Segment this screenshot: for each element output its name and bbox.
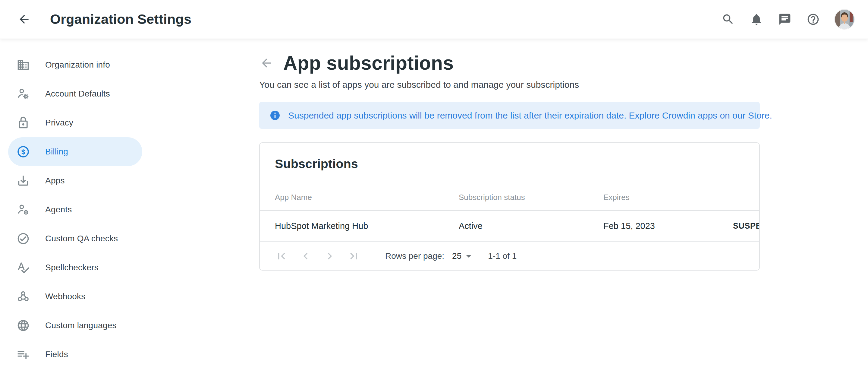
sidebar-item-label: Custom QA checks <box>45 234 118 244</box>
sidebar-item-custom-languages[interactable]: Custom languages <box>8 311 142 340</box>
cell-status: Active <box>459 221 603 231</box>
sidebar-item-webhooks[interactable]: Webhooks <box>8 282 142 311</box>
column-header-status: Subscription status <box>459 193 603 202</box>
pagination-range: 1-1 of 1 <box>488 251 517 261</box>
main-panel: App subscriptions You can see a list of … <box>259 39 760 368</box>
last-page-icon <box>347 250 361 263</box>
sidebar-item-label: Billing <box>45 147 68 157</box>
sidebar-item-label: Account Defaults <box>45 89 110 98</box>
table-row: HubSpot Marketing Hub Active Feb 15, 202… <box>260 211 759 241</box>
app-title: Organization Settings <box>50 11 191 27</box>
sidebar-item-privacy[interactable]: Privacy <box>8 108 142 137</box>
sidebar-item-label: Agents <box>45 205 72 215</box>
sidebar-item-label: Fields <box>45 349 68 359</box>
search-button[interactable] <box>721 12 735 27</box>
dropdown-caret-icon <box>463 250 475 262</box>
content-area: Organization info Account Defaults <box>0 39 868 368</box>
sidebar-item-organization-info[interactable]: Organization info <box>8 50 142 79</box>
page-subtitle: You can see a list of apps you are subsc… <box>259 80 760 90</box>
sidebar-item-account-defaults[interactable]: Account Defaults <box>8 79 142 108</box>
webhook-icon <box>17 290 30 303</box>
card-title-area: Subscriptions <box>260 143 759 185</box>
person-cube-icon <box>17 203 30 216</box>
pagination: Rows per page: 25 1-1 of 1 <box>260 242 759 270</box>
sidebar-item-agents[interactable]: Agents <box>8 195 142 224</box>
billing-dollar-icon: $ <box>17 145 30 158</box>
lock-icon <box>17 116 30 130</box>
info-icon <box>270 110 281 121</box>
spellcheck-icon <box>17 261 30 274</box>
column-header-app-name: App Name <box>275 193 459 202</box>
subscriptions-card: Subscriptions App Name Subscription stat… <box>259 142 760 271</box>
back-button[interactable] <box>17 12 31 27</box>
arrow-back-icon <box>18 13 31 26</box>
page-head: App subscriptions <box>259 50 760 76</box>
messages-button[interactable] <box>778 12 792 27</box>
column-header-expires: Expires <box>603 193 733 202</box>
sidebar-item-label: Webhooks <box>45 292 85 301</box>
cell-expires: Feb 15, 2023 <box>603 221 733 231</box>
user-avatar[interactable] <box>834 9 855 30</box>
sidebar-item-label: Spellcheckers <box>45 263 98 273</box>
topbar-actions <box>721 9 855 30</box>
globe-icon <box>17 319 30 332</box>
info-banner: Suspended app subscriptions will be remo… <box>259 102 760 129</box>
cell-app-name: HubSpot Marketing Hub <box>275 221 459 231</box>
suspend-button[interactable]: SUSPEND <box>733 221 760 231</box>
check-circle-icon <box>17 232 30 245</box>
sidebar-item-label: Custom languages <box>45 321 117 330</box>
help-icon <box>807 13 820 26</box>
first-page-icon <box>275 250 288 263</box>
sidebar-item-custom-qa-checks[interactable]: Custom QA checks <box>8 224 142 253</box>
banner-text: Suspended app subscriptions will be remo… <box>288 110 772 121</box>
page-title: App subscriptions <box>283 52 454 74</box>
page-back-button[interactable] <box>259 56 274 70</box>
avatar-image <box>835 10 854 29</box>
person-gear-icon <box>17 87 30 101</box>
arrow-back-icon <box>260 56 273 70</box>
list-add-icon <box>17 348 30 361</box>
sidebar-item-spellcheckers[interactable]: Spellcheckers <box>8 253 142 282</box>
download-icon <box>17 174 30 187</box>
sidebar-item-label: Apps <box>45 176 65 186</box>
bell-icon <box>750 13 763 26</box>
svg-text:$: $ <box>22 148 25 155</box>
sidebar-item-fields[interactable]: Fields <box>8 340 142 368</box>
chevron-right-icon <box>323 250 336 263</box>
rows-per-page-value: 25 <box>452 251 461 261</box>
sidebar-item-label: Organization info <box>45 60 110 70</box>
sidebar-item-label: Privacy <box>45 118 73 128</box>
topbar: Organization Settings <box>0 0 868 39</box>
notifications-button[interactable] <box>749 12 764 27</box>
table-header: App Name Subscription status Expires <box>260 185 759 210</box>
chevron-left-icon <box>299 250 312 263</box>
chat-icon <box>778 13 792 26</box>
search-icon <box>721 13 735 26</box>
card-title: Subscriptions <box>275 157 358 171</box>
rows-per-page-label: Rows per page: <box>385 251 444 261</box>
sidebar-item-billing[interactable]: $ Billing <box>8 137 142 166</box>
rows-per-page-select[interactable]: 25 <box>452 250 475 262</box>
last-page-button[interactable] <box>347 250 361 263</box>
help-button[interactable] <box>806 12 820 27</box>
next-page-button[interactable] <box>323 250 336 263</box>
previous-page-button[interactable] <box>299 250 312 263</box>
settings-sidebar: Organization info Account Defaults <box>0 39 151 368</box>
sidebar-item-apps[interactable]: Apps <box>8 166 142 195</box>
first-page-button[interactable] <box>275 250 288 263</box>
building-icon <box>17 58 30 72</box>
